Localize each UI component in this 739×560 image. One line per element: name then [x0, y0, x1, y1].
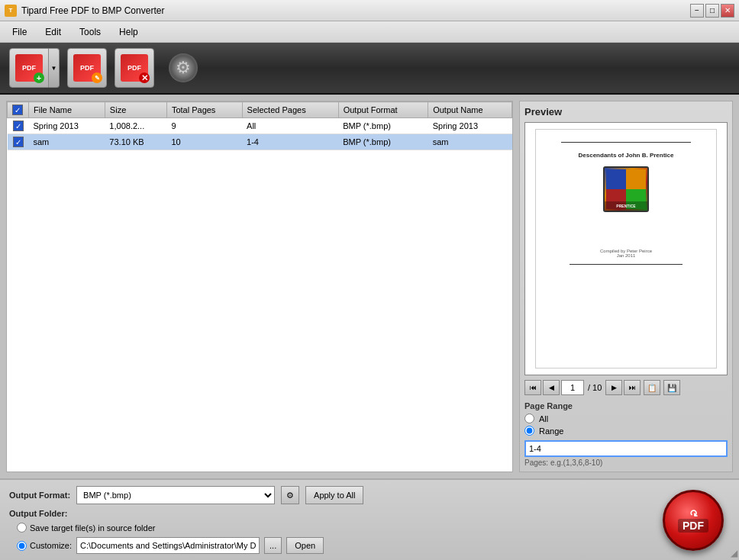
cell-format-1: BMP (*.bmp)	[338, 118, 428, 134]
format-settings-button[interactable]: ⚙	[281, 486, 299, 504]
radio-range[interactable]	[524, 426, 534, 436]
app-title: Tipard Free PDF to BMP Converter	[21, 5, 164, 16]
gear-icon: ⚙	[169, 53, 198, 82]
preview-document: Descendants of John B. Prentice	[535, 129, 717, 369]
convert-pdf-label: PDF	[678, 519, 708, 533]
save-preview-button[interactable]: 💾	[663, 380, 680, 395]
cell-selected-1: All	[242, 118, 338, 134]
toolbar: PDF + ▼ PDF ✎ PDF ✕ ⚙	[0, 43, 739, 95]
col-size: Size	[105, 102, 166, 118]
page-range-title: Page Range	[524, 401, 728, 410]
remove-pdf-button[interactable]: PDF ✕	[115, 48, 154, 88]
folder-path-input[interactable]	[76, 537, 260, 554]
range-hint: Pages: e.g.(1,3,6,8-10)	[524, 459, 728, 467]
menu-file[interactable]: File	[3, 24, 36, 40]
cell-outname-2: sam	[428, 134, 512, 150]
browse-button[interactable]: ...	[264, 537, 282, 554]
doc-title: Descendants of John B. Prentice	[579, 152, 674, 159]
table-row[interactable]: ✓ Spring 2013 1,008.2... 9 All BMP (*.bm…	[8, 118, 512, 134]
prev-page-button[interactable]: ◀	[543, 380, 560, 395]
cell-total-2: 10	[166, 134, 242, 150]
last-page-button[interactable]: ⏭	[624, 380, 641, 395]
add-pdf-button[interactable]: PDF +	[9, 48, 49, 88]
cell-filename-2: sam	[29, 134, 105, 150]
customize-radio[interactable]	[17, 541, 27, 551]
menu-tools[interactable]: Tools	[70, 24, 110, 40]
cell-size-2: 73.10 KB	[105, 134, 166, 150]
convert-column: ↻ PDF	[647, 478, 739, 560]
col-output-name: Output Name	[428, 102, 512, 118]
page-number-input[interactable]	[561, 380, 584, 395]
title-bar: T Tipard Free PDF to BMP Converter − □ ✕	[0, 0, 739, 21]
first-page-button[interactable]: ⏮	[524, 380, 541, 395]
preview-image: Descendants of John B. Prentice	[524, 122, 728, 375]
col-output-format: Output Format	[338, 102, 428, 118]
radio-all-label: All	[539, 414, 548, 423]
file-table-container: ✓ File Name Size Total Pages Selected Pa…	[6, 101, 513, 472]
edit-icon: ✎	[92, 72, 102, 83]
add-icon: +	[34, 72, 44, 83]
radio-range-label: Range	[539, 426, 563, 436]
bottom-area: Output Format: BMP (*.bmp) ⚙ Apply to Al…	[0, 478, 739, 560]
close-button[interactable]: ✕	[721, 4, 734, 18]
cell-outname-1: Spring 2013	[428, 118, 512, 134]
row-checkbox-2[interactable]: ✓	[13, 137, 24, 147]
settings-button[interactable]: ⚙	[163, 48, 203, 88]
col-filename: File Name	[29, 102, 105, 118]
remove-icon: ✕	[139, 72, 150, 83]
save-source-label: Save target file(s) in source folder	[30, 523, 155, 533]
cell-format-2: BMP (*.bmp)	[338, 134, 428, 150]
doc-footer: Compiled by Peter Peirce Jan 2011	[600, 249, 652, 258]
doc-top-line	[561, 142, 690, 143]
menu-help[interactable]: Help	[110, 24, 147, 40]
cell-filename-1: Spring 2013	[29, 118, 105, 134]
preview-title: Preview	[524, 106, 728, 117]
page-range-section: Page Range All Range Pages: e.g.(1,3,6,8…	[524, 401, 728, 467]
output-folder-label: Output Folder:	[9, 509, 70, 518]
doc-crest: PRENTICE	[603, 166, 649, 212]
cell-total-1: 9	[166, 118, 242, 134]
customize-label: Customize:	[30, 541, 72, 550]
save-source-radio[interactable]	[17, 523, 27, 533]
menu-edit[interactable]: Edit	[36, 24, 70, 40]
open-folder-button[interactable]: Open	[286, 537, 324, 554]
table-row[interactable]: ✓ sam 73.10 KB 10 1-4 BMP (*.bmp) sam	[8, 134, 512, 150]
add-pdf-dropdown[interactable]: ▼	[49, 48, 60, 88]
restore-button[interactable]: □	[705, 4, 719, 18]
file-table: ✓ File Name Size Total Pages Selected Pa…	[7, 101, 512, 150]
radio-all[interactable]	[524, 414, 534, 423]
doc-bottom-line	[570, 264, 683, 265]
next-page-button[interactable]: ▶	[605, 380, 622, 395]
minimize-button[interactable]: −	[690, 4, 704, 18]
output-format-select[interactable]: BMP (*.bmp)	[76, 486, 275, 504]
convert-button[interactable]: ↻ PDF	[663, 490, 724, 551]
preview-controls: ⏮ ◀ / 10 ▶ ⏭ 📋 💾	[524, 380, 728, 395]
output-format-label: Output Format:	[9, 491, 70, 500]
cell-selected-2: 1-4	[242, 134, 338, 150]
range-input[interactable]	[524, 440, 728, 457]
select-all-checkbox[interactable]: ✓	[12, 105, 23, 115]
copy-button[interactable]: 📋	[644, 380, 660, 395]
menu-bar: File Edit Tools Help	[0, 21, 739, 43]
app-icon: T	[5, 5, 17, 17]
page-total: / 10	[588, 383, 602, 392]
resize-handle[interactable]: ◢	[731, 548, 737, 558]
col-total-pages: Total Pages	[166, 102, 242, 118]
bottom-settings: Output Format: BMP (*.bmp) ⚙ Apply to Al…	[0, 478, 647, 560]
preview-panel: Preview Descendants of John B. Prentice	[519, 101, 733, 472]
cell-size-1: 1,008.2...	[105, 118, 166, 134]
edit-pdf-button[interactable]: PDF ✎	[67, 48, 107, 88]
apply-all-button[interactable]: Apply to All	[305, 486, 363, 504]
row-checkbox-1[interactable]: ✓	[13, 121, 24, 131]
col-selected-pages: Selected Pages	[242, 102, 338, 118]
